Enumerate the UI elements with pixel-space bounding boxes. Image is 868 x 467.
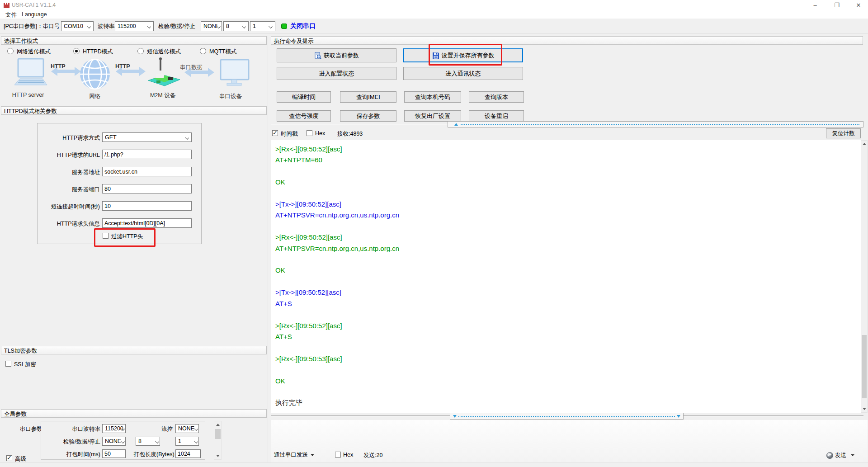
databits-select[interactable]: 8 [223, 21, 249, 31]
enter-comm-button[interactable]: 进入通讯状态 [403, 67, 523, 80]
enter-config-button[interactable]: 进入配置状态 [277, 67, 396, 80]
log-scrollbar[interactable] [861, 140, 868, 413]
recv-hex-label[interactable]: Hex [315, 130, 325, 137]
log-line: >[Rx<-][09:50:52][asc] [275, 321, 861, 331]
slider-thumb-icon[interactable] [454, 123, 458, 126]
send-count: 发送:20 [363, 452, 382, 459]
set-save-all-params-button[interactable]: 设置并保存所有参数 [403, 48, 523, 62]
timestamp-checkbox[interactable] [272, 130, 278, 136]
m2m-board-icon [148, 57, 180, 86]
parity-select[interactable]: NONI [201, 21, 222, 31]
panel-splitter[interactable] [268, 36, 270, 467]
send-button[interactable]: 发送 [826, 450, 854, 461]
gp-databits-select[interactable]: 8 [136, 437, 160, 446]
radio-mqtt-mode[interactable] [200, 48, 206, 54]
radio-httpd-mode-label[interactable]: HTTPD模式 [83, 48, 113, 56]
query-phone-number-button[interactable]: 查询本机号码 [404, 91, 461, 103]
scroll-up-icon[interactable] [214, 421, 221, 428]
mode-diagram [5, 57, 260, 90]
monitor-icon [221, 60, 249, 85]
log-line: 执行完毕 [275, 397, 861, 408]
query-signal-button[interactable]: 查信号强度 [277, 110, 331, 122]
gp-packlen-input[interactable]: 1024 [175, 449, 201, 458]
gp-packlen-label: 打包长度(Bytes) [134, 451, 173, 458]
http-method-select[interactable]: GET [102, 132, 192, 142]
filter-http-checkbox[interactable] [103, 233, 108, 239]
server-port-input[interactable]: 80 [102, 184, 192, 193]
minimize-button[interactable]: – [807, 0, 824, 10]
slider-thumb-icon[interactable] [453, 415, 457, 418]
save-params-button[interactable]: 保存参数 [340, 110, 396, 122]
log-line: OK [275, 265, 861, 276]
menu-bar: 文件 Language [0, 10, 868, 19]
gp-packtime-input[interactable]: 50 [102, 449, 126, 458]
serial-params-label: 串口参数 [20, 425, 42, 433]
radio-sms-mode-label[interactable]: 短信透传模式 [147, 48, 181, 56]
bottom-splitter-groove-right [684, 415, 863, 416]
scroll-down-icon[interactable] [861, 406, 867, 412]
slider-thumb-icon[interactable] [677, 415, 680, 418]
gp-parity-select[interactable]: NONE [102, 437, 126, 446]
server-addr-input[interactable]: socket.usr.cn [102, 167, 192, 176]
parity-label: 检验/数据/停止 [158, 23, 195, 30]
top-slider[interactable] [448, 121, 863, 127]
log-line [275, 254, 861, 265]
scroll-up-icon[interactable] [861, 141, 867, 147]
ssl-checkbox[interactable] [5, 361, 11, 367]
server-port-label: 服务器端口 [39, 186, 100, 193]
log-line: >[Rx<-][09:50:52][asc] [275, 232, 861, 243]
query-imei-button[interactable]: 查询IMEI [340, 91, 396, 103]
send-via-serial-dropdown[interactable]: 通过串口发送 [274, 451, 314, 459]
send-hex-label[interactable]: Hex [343, 452, 353, 458]
ssl-label[interactable]: SSL加密 [14, 361, 36, 368]
http-header-input[interactable]: Accept:text/html[0D][0A] [102, 218, 192, 228]
filter-http-label[interactable]: 过滤HTTP头 [111, 233, 143, 241]
advanced-label[interactable]: 高级 [15, 455, 26, 463]
node-m2m-label: M2M 设备 [144, 92, 182, 99]
send-hex-checkbox[interactable] [335, 452, 341, 458]
node-http-server-label: HTTP server [9, 92, 47, 98]
gp-flow-select[interactable]: NONE [175, 424, 199, 433]
serial-toolbar: [PC串口参数]：串口号 COM10 波特率 115200 检验/数据/停止 N… [0, 19, 868, 33]
bottom-slider[interactable] [450, 413, 684, 420]
radio-net-mode[interactable] [7, 48, 14, 54]
timeout-input[interactable]: 10 [102, 201, 192, 211]
radio-sms-mode[interactable] [137, 48, 144, 54]
scroll-down-icon[interactable] [214, 453, 221, 459]
close-serial-label: 关闭串口 [290, 22, 316, 30]
advanced-checkbox[interactable] [6, 455, 12, 461]
query-version-button[interactable]: 查询版本 [469, 91, 524, 103]
chevron-down-icon [185, 136, 189, 140]
log-line: >[Rx<-][09:50:53][asc] [275, 354, 861, 364]
recv-hex-checkbox[interactable] [307, 130, 312, 136]
dropdown-arrow-icon [311, 454, 314, 456]
httpd-params-header: HTTPD模式相关参数 [1, 106, 267, 115]
factory-reset-button[interactable]: 恢复出厂设置 [404, 110, 461, 122]
gp-stopbits-select[interactable]: 1 [175, 437, 199, 446]
http-url-input[interactable]: /1.php? [102, 150, 192, 159]
device-restart-button[interactable]: 设备重启 [469, 110, 524, 122]
close-button[interactable]: ✕ [850, 0, 867, 10]
restore-button[interactable]: ❐ [828, 0, 845, 10]
baud-select[interactable]: 115200 [115, 21, 154, 31]
log-line: >[Tx->][09:50:52][asc] [275, 287, 861, 298]
get-params-button[interactable]: 获取当前参数 [277, 48, 396, 62]
send-input-area[interactable] [271, 420, 868, 462]
gp-baud-select[interactable]: 115200 [102, 424, 126, 433]
global-params-scrollbar[interactable] [214, 421, 222, 460]
com-port-select[interactable]: COM10 [61, 21, 94, 31]
radio-httpd-mode[interactable] [73, 48, 80, 54]
send-sphere-icon [826, 452, 833, 459]
stopbits-select[interactable]: 1 [250, 21, 275, 31]
reset-count-button[interactable]: 复位计数 [826, 128, 861, 138]
log-output[interactable]: >[Rx<-][09:50:52][asc]AT+NTPTM=60 OK >[T… [271, 140, 861, 413]
save-icon [432, 52, 439, 59]
gp-packtime-label: 打包时间(ms) [62, 451, 100, 458]
timestamp-label[interactable]: 时间戳 [281, 130, 298, 138]
menu-language[interactable]: Language [20, 11, 49, 18]
radio-net-mode-label[interactable]: 网络透传模式 [17, 48, 51, 56]
radio-mqtt-mode-label[interactable]: MQTT模式 [209, 48, 236, 56]
close-serial-button[interactable]: 关闭串口 [281, 21, 316, 32]
compile-time-button[interactable]: 编译时间 [277, 91, 331, 103]
global-params-header: 全局参数 [1, 409, 267, 418]
